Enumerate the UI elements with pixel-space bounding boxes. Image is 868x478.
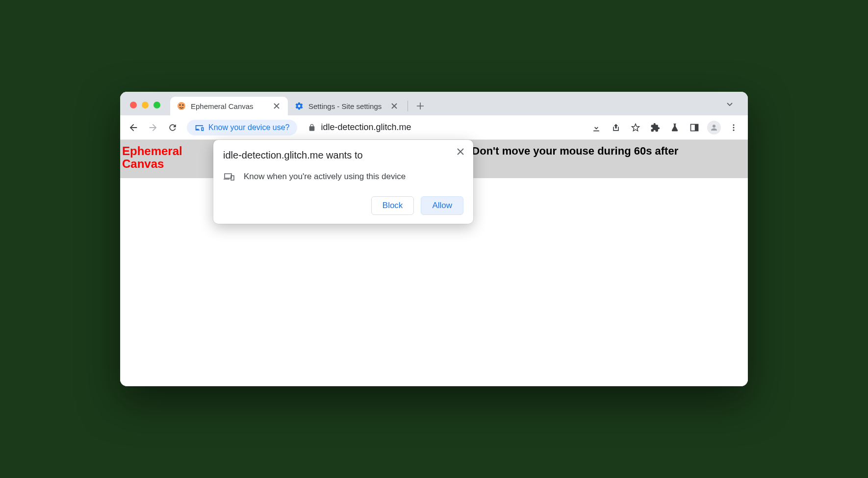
downloads-icon[interactable] [589,120,604,135]
profile-avatar[interactable] [707,120,721,135]
address-bar[interactable]: idle-detection.glitch.me [304,122,586,133]
permission-detail-text: Know when you're actively using this dev… [244,172,406,182]
reload-button[interactable] [164,119,181,136]
permission-title: idle-detection.glitch.me wants to [223,150,463,161]
browser-window: Ephemeral Canvas Settings - Site setting… [120,92,748,386]
sidepanel-icon[interactable] [687,120,702,135]
block-button[interactable]: Block [371,196,414,215]
permission-chip[interactable]: Know your device use? [187,120,297,135]
chevron-down-icon[interactable] [723,98,736,110]
svg-rect-6 [695,124,698,131]
tab-settings[interactable]: Settings - Site settings [288,97,406,115]
tabs-container: Ephemeral Canvas Settings - Site setting… [170,97,723,115]
svg-point-7 [713,125,715,128]
share-icon[interactable] [609,120,623,135]
svg-point-0 [178,102,185,110]
permission-prompt: idle-detection.glitch.me wants to Know w… [213,140,473,224]
gear-icon [295,102,304,110]
close-window-button[interactable] [130,102,137,108]
minimize-window-button[interactable] [142,102,149,108]
toolbar-right [589,120,743,135]
avatar-icon [707,121,721,134]
permission-detail-row: Know when you're actively using this dev… [223,171,463,183]
menu-icon[interactable] [726,120,741,135]
new-tab-button[interactable] [413,99,428,113]
url-text: idle-detection.glitch.me [321,122,411,133]
devices-icon [195,123,204,133]
labs-icon[interactable] [667,120,682,135]
close-icon[interactable] [455,146,466,158]
svg-point-10 [733,129,735,131]
tab-title: Settings - Site settings [308,102,385,110]
svg-point-8 [733,124,735,126]
svg-point-1 [179,105,180,106]
svg-point-9 [733,127,735,128]
permission-actions: Block Allow [223,196,463,215]
svg-rect-4 [618,127,619,130]
forward-button[interactable] [145,119,161,136]
svg-rect-3 [613,127,614,130]
toolbar: Know your device use? idle-detection.gli… [120,115,748,140]
favicon-icon [177,102,186,110]
bookmark-star-icon[interactable] [628,120,643,135]
maximize-window-button[interactable] [153,102,160,108]
back-button[interactable] [125,119,142,136]
chip-label: Know your device use? [208,123,289,132]
window-controls [125,102,165,115]
lock-icon [308,124,316,132]
tab-title: Ephemeral Canvas [191,102,267,110]
tab-separator [408,101,408,111]
tab-overflow [723,98,743,115]
tab-strip: Ephemeral Canvas Settings - Site setting… [120,92,748,115]
svg-point-2 [182,105,183,106]
tab-ephemeral-canvas[interactable]: Ephemeral Canvas [170,97,288,115]
devices-icon [223,171,235,183]
close-tab-icon[interactable] [272,102,281,110]
close-tab-icon[interactable] [390,102,399,110]
page-title: Ephemeral Canvas [120,144,194,171]
allow-button[interactable]: Allow [421,196,463,215]
extensions-icon[interactable] [648,120,663,135]
